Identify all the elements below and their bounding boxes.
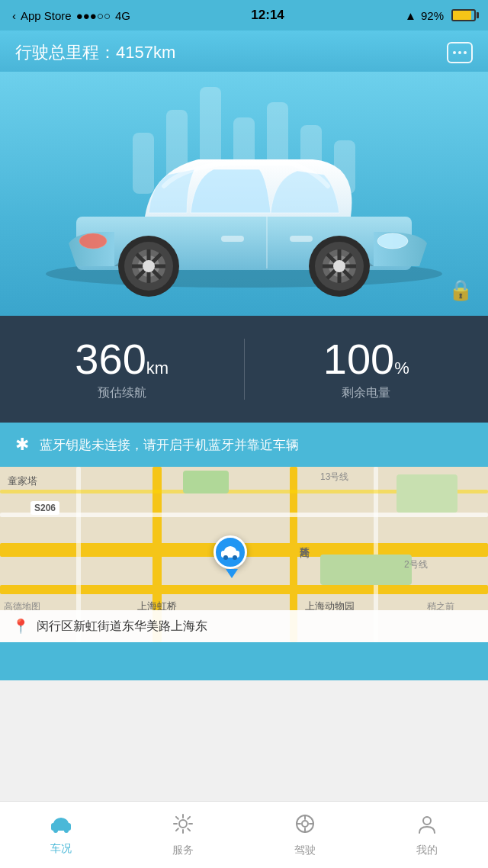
battery-value-display: 100% (323, 338, 409, 381)
range-value-display: 360km (75, 338, 169, 381)
bluetooth-banner[interactable]: ✱ 蓝牙钥匙未连接，请开启手机蓝牙并靠近车辆 (0, 423, 488, 467)
drive-tab-label: 驾驶 (294, 844, 316, 857)
range-unit: km (146, 358, 169, 378)
address-text: 闵行区新虹街道东华美路上海东 (37, 619, 207, 635)
tab-car[interactable]: 车况 (0, 809, 122, 862)
tab-me[interactable]: 我的 (366, 807, 488, 863)
green-area-3 (183, 471, 229, 493)
mileage-value: 4157km (116, 43, 175, 62)
status-right: ▲ 92% (405, 9, 476, 22)
car-location-marker (214, 535, 250, 572)
svg-point-38 (423, 817, 431, 825)
status-left: ‹ App Store ●●●○○ 4G (12, 9, 130, 22)
battery-fill (453, 11, 471, 20)
green-area-1 (320, 555, 412, 585)
marker-car-icon (220, 545, 241, 560)
battery-icon (451, 9, 476, 21)
car-section: 🔒 (0, 72, 488, 316)
mileage-display: 行驶总里程：4157km (15, 41, 175, 64)
marker-circle (214, 535, 247, 569)
range-label: 预估续航 (98, 385, 146, 401)
me-tab-icon (416, 813, 438, 840)
address-pin-icon: 📍 (12, 618, 29, 635)
carrier-label: App Store (21, 9, 72, 22)
app-header: 行驶总里程：4157km (0, 31, 488, 72)
marker-tail (226, 569, 238, 578)
label-tongjiata: 童家塔 (8, 474, 37, 488)
svg-point-26 (223, 555, 228, 560)
svg-point-29 (53, 828, 58, 833)
car-image (30, 102, 458, 301)
back-arrow: ‹ (12, 9, 16, 22)
range-stat: 360km 预估续航 (0, 330, 244, 409)
svg-point-22 (333, 260, 345, 272)
svg-point-33 (302, 821, 308, 827)
label-s206: S206 (30, 501, 59, 515)
address-bar: 📍 闵行区新虹街道东华美路上海东 (0, 610, 488, 642)
svg-rect-3 (221, 236, 244, 242)
msg-dot-3 (464, 51, 467, 54)
battery-percent: 92% (421, 9, 444, 22)
blue-strip (0, 642, 488, 680)
bluetooth-message: 蓝牙钥匙未连接，请开启手机蓝牙并靠近车辆 (40, 436, 299, 454)
label-13line: 13号线 (320, 471, 348, 484)
me-tab-label: 我的 (416, 844, 438, 857)
stats-section: 360km 预估续航 100% 剩余电量 (0, 316, 488, 423)
network-type: 4G (115, 9, 130, 22)
svg-point-24 (79, 233, 107, 249)
tab-bar: 车况 服务 驾驶 (0, 801, 488, 868)
road-thin-1 (0, 513, 488, 517)
msg-dot-2 (458, 51, 461, 54)
battery-value: 100 (323, 335, 394, 383)
svg-point-31 (179, 820, 187, 828)
car-tab-label: 车况 (50, 842, 72, 856)
drive-tab-icon (294, 813, 316, 840)
msg-dot-1 (453, 51, 456, 54)
car-tab-icon (50, 815, 72, 838)
car-svg (30, 102, 458, 301)
battery-stat: 100% 剩余电量 (245, 330, 489, 409)
svg-rect-4 (290, 236, 313, 242)
tab-drive[interactable]: 驾驶 (244, 807, 366, 863)
green-area-2 (396, 474, 458, 513)
tab-service[interactable]: 服务 (122, 807, 244, 863)
label-2line: 2号线 (404, 558, 428, 571)
service-tab-label: 服务 (172, 844, 194, 857)
status-time: 12:14 (251, 8, 284, 23)
location-icon: ▲ (405, 9, 416, 22)
road-h-2 (0, 585, 488, 594)
signal-dots: ●●●○○ (76, 9, 111, 22)
range-value: 360 (75, 335, 146, 383)
message-icon[interactable] (447, 42, 473, 63)
svg-point-27 (233, 555, 237, 560)
service-tab-icon (172, 813, 194, 840)
bluetooth-icon: ✱ (15, 435, 29, 455)
lock-icon[interactable]: 🔒 (448, 278, 473, 302)
battery-label: 剩余电量 (342, 385, 390, 401)
svg-point-23 (377, 233, 408, 249)
mileage-label: 行驶总里程： (15, 43, 116, 62)
status-bar: ‹ App Store ●●●○○ 4G 12:14 ▲ 92% (0, 0, 488, 31)
svg-point-13 (143, 260, 155, 272)
map-section[interactable]: 童家塔 S206 高德地图 13号线 外环高速 2号线 上海虹桥 上海动物园 稍… (0, 467, 488, 642)
map-background: 童家塔 S206 高德地图 13号线 外环高速 2号线 上海虹桥 上海动物园 稍… (0, 467, 488, 642)
battery-unit: % (394, 358, 409, 378)
svg-point-30 (64, 828, 69, 833)
